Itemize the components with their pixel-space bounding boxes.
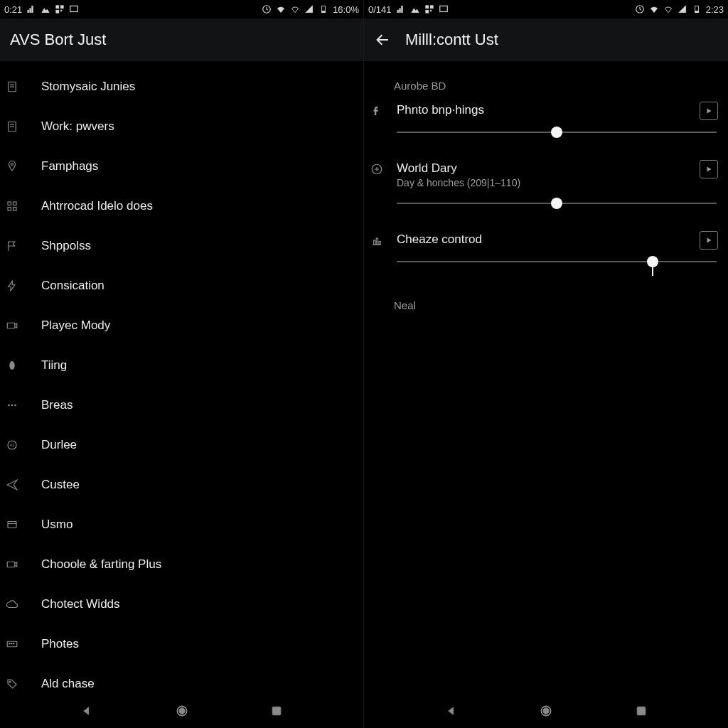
slider-subtitle: Day & honches (209|1–110) <box>397 177 717 188</box>
nav-bar <box>0 694 363 728</box>
status-time: 0/141 <box>368 4 392 15</box>
status-clock: 2:23 <box>706 4 724 15</box>
svg-rect-44 <box>695 11 698 12</box>
camera-icon <box>0 558 24 571</box>
signal-icon <box>26 4 36 14</box>
svg-rect-15 <box>8 202 11 205</box>
svg-point-32 <box>14 643 14 644</box>
svg-rect-3 <box>60 10 62 11</box>
svg-rect-39 <box>425 10 428 13</box>
list-item[interactable]: Consication <box>0 266 363 306</box>
svg-point-31 <box>11 643 12 644</box>
clock-icon <box>635 4 645 14</box>
play-button[interactable] <box>700 102 718 120</box>
list-item-label: Photes <box>41 637 79 651</box>
list-item-label: Ahtrrocad Idelo does <box>41 199 153 213</box>
list-item[interactable]: Photes <box>0 624 363 664</box>
list-item[interactable]: Ald chase <box>0 664 363 694</box>
slider-title: Phnto bnp·hings <box>397 103 717 117</box>
list-item[interactable]: 41Durlee <box>0 425 363 465</box>
tag-icon <box>0 678 24 690</box>
f-icon <box>370 103 384 117</box>
list-item[interactable]: Playec Mody <box>0 306 363 346</box>
list-item-label: Durlee <box>41 438 77 452</box>
list-item-label: Ald chase <box>41 677 95 691</box>
oval-icon <box>0 359 24 372</box>
list-item[interactable]: Ahtrrocad Idelo does <box>0 186 363 226</box>
circle-icon: 41 <box>0 439 24 451</box>
list-item-label: Tiing <box>41 358 67 373</box>
list-item-label: Consication <box>41 279 105 293</box>
detail-content: Aurobe BD Phnto bnp·hingsWorld DaryDay &… <box>364 61 728 694</box>
svg-rect-51 <box>379 242 380 245</box>
slider-block: Cheaze controd <box>364 228 728 287</box>
svg-rect-28 <box>7 562 15 567</box>
section-header: Aurobe BD <box>364 67 728 99</box>
wifi-outline-icon <box>663 4 673 14</box>
cloud-icon <box>0 598 24 611</box>
slider-thumb[interactable] <box>551 198 562 209</box>
list-item[interactable]: Usmo <box>0 505 363 545</box>
svg-point-33 <box>9 681 11 682</box>
list-item-label: Chotect Widds <box>41 597 120 611</box>
list-item-label: Stomysaic Junies <box>41 80 135 94</box>
list-item[interactable]: Famphags <box>0 146 363 186</box>
list-item-label: Custee <box>41 478 80 492</box>
nav-recent-icon[interactable] <box>633 703 649 719</box>
list-item[interactable]: Work: pwvers <box>0 107 363 146</box>
svg-point-53 <box>543 708 549 714</box>
nav-home-icon[interactable] <box>538 703 554 719</box>
list-item[interactable]: Chotect Widds <box>0 584 363 624</box>
cell-icon <box>304 4 314 14</box>
list-item[interactable]: Custee <box>0 465 363 505</box>
right-pane: 0/141 2:23 Milll:contt Ust Aurobe BD Phn… <box>364 0 728 728</box>
app-title: Milll:contt Ust <box>405 31 498 49</box>
slider[interactable] <box>397 203 717 204</box>
back-button[interactable] <box>374 31 391 48</box>
svg-point-23 <box>14 405 16 407</box>
slider-title: World Dary <box>397 161 717 176</box>
svg-rect-40 <box>430 10 432 11</box>
svg-rect-19 <box>7 323 15 328</box>
list-item-label: Chooole & farting Plus <box>41 557 161 572</box>
wifi-icon <box>276 4 286 14</box>
nav-back-icon[interactable] <box>79 703 95 719</box>
nav-bar <box>364 694 728 728</box>
grid-icon <box>0 200 24 213</box>
nav-recent-icon[interactable] <box>269 703 284 719</box>
svg-rect-49 <box>374 240 375 245</box>
svg-rect-38 <box>430 6 433 9</box>
doc-icon <box>0 120 24 133</box>
slider[interactable] <box>397 261 717 262</box>
list-item[interactable]: Chooole & farting Plus <box>0 545 363 584</box>
list-item[interactable]: Shppolss <box>0 226 363 266</box>
slider[interactable] <box>397 132 717 133</box>
svg-text:41: 41 <box>10 443 15 447</box>
list-item-label: Work: pwvers <box>41 119 114 134</box>
svg-rect-7 <box>322 11 326 12</box>
status-bar: 0:21 16:0% <box>0 0 363 18</box>
slider-thumb[interactable] <box>647 256 658 267</box>
list-item[interactable]: Breas <box>0 385 363 425</box>
svg-point-21 <box>8 405 10 407</box>
battery-icon <box>318 4 328 14</box>
svg-rect-1 <box>60 6 63 9</box>
window-icon <box>69 4 79 14</box>
nav-back-icon[interactable] <box>444 703 459 719</box>
list-item[interactable]: Stomysaic Junies <box>0 67 363 107</box>
slider-thumb[interactable] <box>551 127 562 138</box>
window-icon <box>439 4 449 14</box>
svg-rect-18 <box>14 208 17 211</box>
nav-home-icon[interactable] <box>174 703 190 719</box>
svg-rect-26 <box>8 522 16 528</box>
app-bar: AVS Bort Just <box>0 18 363 61</box>
list-item[interactable]: Tiing <box>0 346 363 385</box>
list-item-label: Playec Mody <box>41 318 110 333</box>
doc-icon <box>0 80 24 93</box>
play-button[interactable] <box>700 231 718 250</box>
status-battery: 16:0% <box>333 4 359 15</box>
play-button[interactable] <box>700 160 718 178</box>
bolt-icon <box>0 279 24 292</box>
clock-icon <box>262 4 272 14</box>
status-time: 0:21 <box>4 4 22 15</box>
